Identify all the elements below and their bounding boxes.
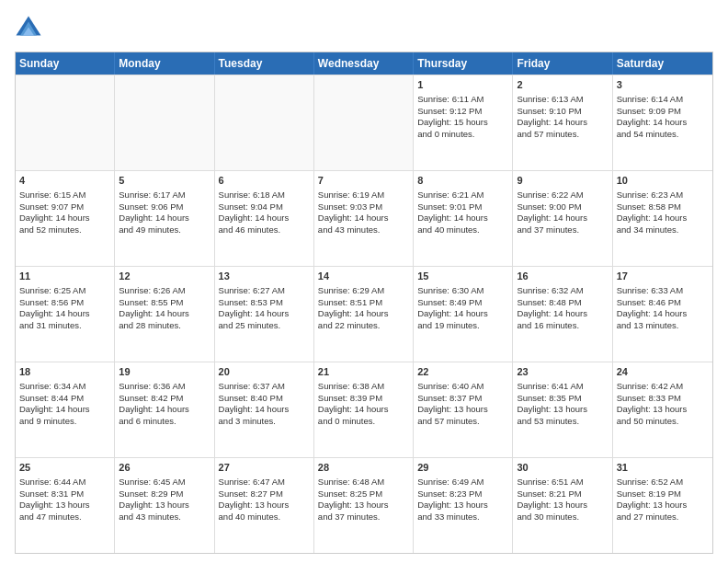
day-info-line: Daylight: 14 hours <box>617 117 688 127</box>
day-info-line: Sunset: 8:42 PM <box>119 393 183 403</box>
day-info-line: Sunrise: 6:34 AM <box>19 381 85 391</box>
day-cell-28: 28Sunrise: 6:48 AMSunset: 8:25 PMDayligh… <box>314 458 414 553</box>
day-info-line: Daylight: 14 hours <box>119 213 189 223</box>
day-info-line: Sunrise: 6:15 AM <box>19 190 85 200</box>
day-cell-15: 15Sunrise: 6:30 AMSunset: 8:49 PMDayligh… <box>414 267 513 362</box>
day-info-line: and 6 minutes. <box>119 416 176 426</box>
day-number: 8 <box>417 174 508 188</box>
day-info-line: Sunset: 8:46 PM <box>617 297 681 307</box>
day-number: 15 <box>417 270 508 283</box>
day-number: 21 <box>318 365 409 379</box>
calendar-week-3: 11Sunrise: 6:25 AMSunset: 8:56 PMDayligh… <box>16 266 712 362</box>
day-number: 26 <box>119 461 210 475</box>
day-info-line: Sunrise: 6:37 AM <box>219 381 285 391</box>
header-cell-saturday: Saturday <box>613 52 712 75</box>
day-cell-26: 26Sunrise: 6:45 AMSunset: 8:29 PMDayligh… <box>115 458 214 553</box>
day-info-line: Sunrise: 6:49 AM <box>417 477 483 487</box>
day-info-line: Daylight: 14 hours <box>119 404 189 414</box>
day-info-line: and 47 minutes. <box>19 511 82 522</box>
day-info-line: Sunset: 9:09 PM <box>617 106 681 116</box>
day-info-line: Sunrise: 6:52 AM <box>617 477 683 487</box>
day-info-line: Daylight: 13 hours <box>617 404 688 414</box>
day-info-line: Sunset: 9:04 PM <box>219 201 283 212</box>
day-number: 4 <box>19 174 110 188</box>
day-info-line: Sunrise: 6:25 AM <box>19 285 85 295</box>
day-info-line: Daylight: 14 hours <box>318 308 389 318</box>
day-info-line: Daylight: 14 hours <box>517 117 587 127</box>
day-info-line: and 40 minutes. <box>417 224 480 235</box>
day-info-line: Sunset: 8:31 PM <box>19 488 84 499</box>
day-number: 19 <box>119 365 210 379</box>
day-info-line: Daylight: 14 hours <box>119 308 189 318</box>
day-info-line: Sunset: 8:35 PM <box>517 393 581 403</box>
day-info-line: Sunset: 8:37 PM <box>417 393 482 403</box>
day-info-line: Daylight: 13 hours <box>517 500 587 510</box>
day-number: 13 <box>219 270 310 283</box>
day-info-line: Sunrise: 6:48 AM <box>318 477 384 487</box>
day-cell-2: 2Sunrise: 6:13 AMSunset: 9:10 PMDaylight… <box>513 75 612 170</box>
day-cell-21: 21Sunrise: 6:38 AMSunset: 8:39 PMDayligh… <box>314 362 414 457</box>
day-info-line: Sunrise: 6:38 AM <box>318 381 384 391</box>
day-info-line: Sunset: 9:06 PM <box>119 201 183 212</box>
calendar-week-1: 1Sunrise: 6:11 AMSunset: 9:12 PMDaylight… <box>16 75 712 170</box>
day-info-line: and 37 minutes. <box>517 224 579 235</box>
day-cell-5: 5Sunrise: 6:17 AMSunset: 9:06 PMDaylight… <box>115 171 214 266</box>
day-cell-1: 1Sunrise: 6:11 AMSunset: 9:12 PMDaylight… <box>414 75 513 170</box>
day-cell-23: 23Sunrise: 6:41 AMSunset: 8:35 PMDayligh… <box>513 362 612 457</box>
day-number: 29 <box>417 461 508 475</box>
day-info-line: Sunrise: 6:36 AM <box>119 381 185 391</box>
day-info-line: Daylight: 14 hours <box>517 213 587 223</box>
day-info-line: Sunrise: 6:45 AM <box>119 477 185 487</box>
day-cell-13: 13Sunrise: 6:27 AMSunset: 8:53 PMDayligh… <box>215 267 314 362</box>
day-cell-7: 7Sunrise: 6:19 AMSunset: 9:03 PMDaylight… <box>314 171 414 266</box>
day-info-line: and 52 minutes. <box>19 224 82 235</box>
day-cell-30: 30Sunrise: 6:51 AMSunset: 8:21 PMDayligh… <box>513 458 612 553</box>
day-info-line: Daylight: 13 hours <box>417 500 488 510</box>
empty-cell <box>215 75 314 170</box>
day-info-line: Sunrise: 6:44 AM <box>19 477 85 487</box>
day-cell-31: 31Sunrise: 6:52 AMSunset: 8:19 PMDayligh… <box>613 458 712 553</box>
day-info-line: Sunrise: 6:18 AM <box>219 190 285 200</box>
header-cell-friday: Friday <box>513 52 612 75</box>
day-number: 12 <box>119 270 210 283</box>
day-info-line: Sunrise: 6:19 AM <box>318 190 384 200</box>
day-info-line: Sunset: 9:10 PM <box>517 106 581 116</box>
day-info-line: and 54 minutes. <box>617 129 679 139</box>
day-info-line: Daylight: 14 hours <box>417 308 488 318</box>
day-info-line: Daylight: 13 hours <box>219 500 290 510</box>
day-info-line: Sunset: 8:48 PM <box>517 297 581 307</box>
day-number: 30 <box>517 461 608 475</box>
day-cell-16: 16Sunrise: 6:32 AMSunset: 8:48 PMDayligh… <box>513 267 612 362</box>
day-info-line: Sunrise: 6:41 AM <box>517 381 583 391</box>
day-cell-9: 9Sunrise: 6:22 AMSunset: 9:00 PMDaylight… <box>513 171 612 266</box>
day-number: 10 <box>617 174 709 188</box>
logo-icon <box>15 15 42 42</box>
day-info-line: Sunset: 8:58 PM <box>617 201 681 212</box>
day-info-line: Daylight: 14 hours <box>19 404 90 414</box>
day-info-line: and 34 minutes. <box>617 224 679 235</box>
day-info-line: Sunset: 8:21 PM <box>517 488 581 499</box>
empty-cell <box>314 75 414 170</box>
day-info-line: Sunset: 8:55 PM <box>119 297 183 307</box>
day-info-line: Sunrise: 6:26 AM <box>119 285 185 295</box>
day-cell-10: 10Sunrise: 6:23 AMSunset: 8:58 PMDayligh… <box>613 171 712 266</box>
day-info-line: and 33 minutes. <box>417 511 480 522</box>
day-info-line: Sunset: 9:12 PM <box>417 106 482 116</box>
day-info-line: Sunset: 8:53 PM <box>219 297 283 307</box>
day-info-line: Daylight: 14 hours <box>617 213 688 223</box>
day-info-line: Sunrise: 6:47 AM <box>219 477 285 487</box>
day-info-line: and 19 minutes. <box>417 320 480 330</box>
day-info-line: Sunset: 9:07 PM <box>19 201 84 212</box>
day-info-line: Sunrise: 6:21 AM <box>417 190 483 200</box>
day-info-line: Sunset: 8:39 PM <box>318 393 382 403</box>
day-info-line: Daylight: 15 hours <box>417 117 488 127</box>
day-cell-27: 27Sunrise: 6:47 AMSunset: 8:27 PMDayligh… <box>215 458 314 553</box>
day-info-line: Sunset: 8:19 PM <box>617 488 681 499</box>
day-cell-8: 8Sunrise: 6:21 AMSunset: 9:01 PMDaylight… <box>414 171 513 266</box>
day-cell-19: 19Sunrise: 6:36 AMSunset: 8:42 PMDayligh… <box>115 362 214 457</box>
day-info-line: Sunrise: 6:22 AM <box>517 190 583 200</box>
day-info-line: Sunrise: 6:30 AM <box>417 285 483 295</box>
day-info-line: Daylight: 14 hours <box>517 308 587 318</box>
day-info-line: and 25 minutes. <box>219 320 281 330</box>
day-cell-12: 12Sunrise: 6:26 AMSunset: 8:55 PMDayligh… <box>115 267 214 362</box>
